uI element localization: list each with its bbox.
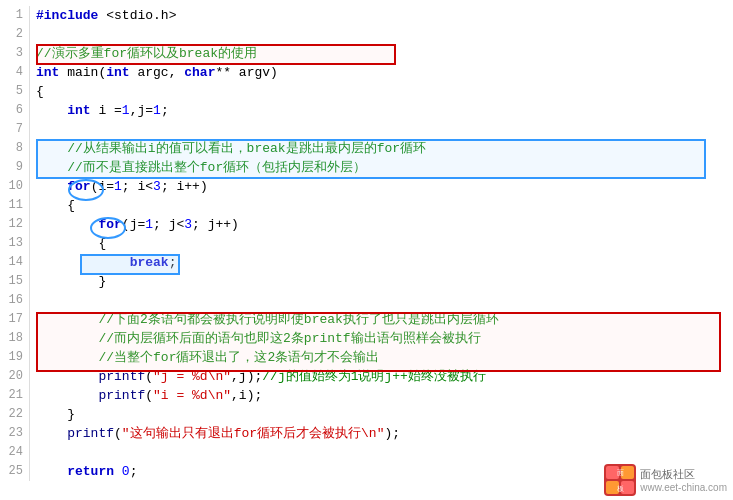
watermark-logo-icon: 面 板 [604,464,636,496]
code-line-16: 16 [0,291,733,310]
code-line-13: 13 { [0,234,733,253]
code-line-18: 18 //而内层循环后面的语句也即这2条printf输出语句照样会被执行 [0,329,733,348]
code-line-6: 6 int i =1,j=1; [0,101,733,120]
code-line-1: 1 #include <stdio.h> [0,6,733,25]
code-line-10: 10 for(i=1; i<3; i++) [0,177,733,196]
code-line-20: 20 printf("j = %d\n",j);//j的值始终为1说明j++始终… [0,367,733,386]
code-line-21: 21 printf("i = %d\n",i); [0,386,733,405]
code-line-23: 23 printf("这句输出只有退出for循环后才会被执行\n"); [0,424,733,443]
watermark-text: 面包板社区 www.eet-china.com [640,467,727,493]
code-line-9: 9 //而不是直接跳出整个for循环（包括内层和外层） [0,158,733,177]
code-line-4: 4 int main(int argc, char** argv) [0,63,733,82]
code-line-14: 14 break; [0,253,733,272]
code-line-17: 17 //下面2条语句都会被执行说明即使break执行了也只是跳出内层循环 [0,310,733,329]
code-line-15: 15 } [0,272,733,291]
code-line-22: 22 } [0,405,733,424]
svg-text:面: 面 [617,469,624,476]
svg-text:板: 板 [616,485,624,492]
code-line-24: 24 [0,443,733,462]
code-line-11: 11 { [0,196,733,215]
code-line-19: 19 //当整个for循环退出了，这2条语句才不会输出 [0,348,733,367]
code-line-8: 8 //从结果输出i的值可以看出，break是跳出最内层的for循环 [0,139,733,158]
code-line-2: 2 [0,25,733,44]
code-line-3: 3 //演示多重for循环以及break的使用 [0,44,733,63]
code-line-7: 7 [0,120,733,139]
code-line-5: 5 { [0,82,733,101]
code-line-12: 12 for(j=1; j<3; j++) [0,215,733,234]
code-editor: 1 #include <stdio.h> 2 3 //演示多重for循环以及br… [0,0,733,500]
watermark: 面 板 面包板社区 www.eet-china.com [604,464,727,496]
